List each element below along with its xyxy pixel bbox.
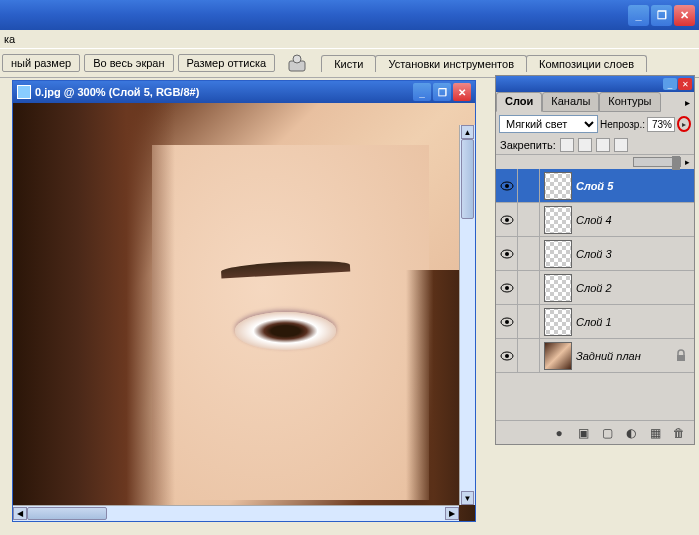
svg-rect-14: [677, 355, 685, 361]
tool-presets-tab[interactable]: Установки инструментов: [375, 55, 527, 72]
layers-panel: _ ✕ Слои Каналы Контуры ▸ Мягкий свет Не…: [495, 75, 695, 445]
svg-point-13: [505, 354, 509, 358]
panel-menu-button[interactable]: ▸: [680, 92, 694, 112]
toolbar: ный размер Во весь экран Размер оттиска …: [0, 48, 699, 78]
layer-row[interactable]: Задний план: [496, 339, 694, 373]
layer-row[interactable]: Слой 3: [496, 237, 694, 271]
layer-thumbnail[interactable]: [544, 274, 572, 302]
new-layer-button[interactable]: ▦: [646, 424, 664, 442]
vertical-scrollbar[interactable]: ▲ ▼: [459, 125, 475, 505]
svg-point-3: [505, 184, 509, 188]
visibility-icon[interactable]: [500, 283, 514, 293]
visibility-icon[interactable]: [500, 181, 514, 191]
scroll-thumb[interactable]: [461, 139, 474, 219]
doc-maximize-button[interactable]: ❐: [433, 83, 451, 101]
layer-comps-tab[interactable]: Композиции слоев: [526, 55, 647, 72]
paths-tab[interactable]: Контуры: [599, 92, 660, 112]
minimize-button[interactable]: _: [628, 5, 649, 26]
fill-arrow-icon[interactable]: ▸: [685, 157, 690, 167]
lock-icon: [674, 349, 688, 363]
palette-well-icon[interactable]: [285, 51, 309, 75]
layer-name[interactable]: Слой 3: [576, 248, 694, 260]
brushes-tab[interactable]: Кисти: [321, 55, 376, 72]
folder-button[interactable]: ▢: [598, 424, 616, 442]
svg-point-1: [293, 55, 301, 63]
visibility-icon[interactable]: [500, 249, 514, 259]
scroll-left-button[interactable]: ◀: [13, 507, 27, 520]
scroll-thumb[interactable]: [27, 507, 107, 520]
link-column[interactable]: [518, 237, 540, 270]
layer-name[interactable]: Слой 5: [576, 180, 694, 192]
opacity-flyout-button[interactable]: ▸: [677, 116, 691, 132]
link-column[interactable]: [518, 271, 540, 304]
opacity-value[interactable]: 73%: [647, 117, 675, 132]
link-column[interactable]: [518, 169, 540, 202]
layers-tab[interactable]: Слои: [496, 92, 542, 112]
link-column[interactable]: [518, 305, 540, 338]
svg-point-11: [505, 320, 509, 324]
document-window: 0.jpg @ 300% (Слой 5, RGB/8#) _ ❐ ✕ ▲ ▼ …: [12, 80, 476, 522]
layer-name[interactable]: Слой 4: [576, 214, 694, 226]
visibility-icon[interactable]: [500, 351, 514, 361]
blend-mode-select[interactable]: Мягкий свет: [499, 115, 598, 133]
doc-close-button[interactable]: ✕: [453, 83, 471, 101]
lock-pixels-button[interactable]: [578, 138, 592, 152]
link-column[interactable]: [518, 339, 540, 372]
document-icon: [17, 85, 31, 99]
layer-name[interactable]: Слой 2: [576, 282, 694, 294]
svg-point-9: [505, 286, 509, 290]
lock-transparency-button[interactable]: [560, 138, 574, 152]
app-titlebar: _ ❐ ✕: [0, 0, 699, 30]
document-titlebar[interactable]: 0.jpg @ 300% (Слой 5, RGB/8#) _ ❐ ✕: [13, 81, 475, 103]
channels-tab[interactable]: Каналы: [542, 92, 599, 112]
menu-item[interactable]: ка: [4, 33, 15, 45]
scroll-up-button[interactable]: ▲: [461, 125, 474, 139]
lock-label: Закрепить:: [500, 139, 556, 151]
scroll-right-button[interactable]: ▶: [445, 507, 459, 520]
delete-button[interactable]: 🗑: [670, 424, 688, 442]
layer-row[interactable]: Слой 5: [496, 169, 694, 203]
layer-thumbnail[interactable]: [544, 308, 572, 336]
document-title: 0.jpg @ 300% (Слой 5, RGB/8#): [35, 86, 413, 98]
panel-close-button[interactable]: ✕: [678, 78, 692, 90]
layer-list: Слой 5 Слой 4 Слой 3 Слой 2 Слой 1: [496, 169, 694, 420]
opacity-label: Непрозр.:: [600, 119, 645, 130]
fit-screen-button[interactable]: Во весь экран: [84, 54, 173, 72]
visibility-icon[interactable]: [500, 317, 514, 327]
layer-name[interactable]: Слой 1: [576, 316, 694, 328]
layer-row[interactable]: Слой 4: [496, 203, 694, 237]
doc-minimize-button[interactable]: _: [413, 83, 431, 101]
panel-footer: ● ▣ ▢ ◐ ▦ 🗑: [496, 420, 694, 444]
fill-slider[interactable]: [633, 157, 681, 167]
maximize-button[interactable]: ❐: [651, 5, 672, 26]
svg-point-7: [505, 252, 509, 256]
layer-thumbnail[interactable]: [544, 172, 572, 200]
lock-all-button[interactable]: [614, 138, 628, 152]
layer-row[interactable]: Слой 2: [496, 271, 694, 305]
adjustment-button[interactable]: ◐: [622, 424, 640, 442]
fx-button[interactable]: ●: [550, 424, 568, 442]
layer-thumbnail[interactable]: [544, 342, 572, 370]
layer-thumbnail[interactable]: [544, 206, 572, 234]
visibility-icon[interactable]: [500, 215, 514, 225]
panel-minimize-button[interactable]: _: [663, 78, 677, 90]
layer-thumbnail[interactable]: [544, 240, 572, 268]
menubar: ка: [0, 30, 699, 48]
layer-name[interactable]: Задний план: [576, 350, 674, 362]
svg-point-5: [505, 218, 509, 222]
actual-size-button[interactable]: ный размер: [2, 54, 80, 72]
layer-row[interactable]: Слой 1: [496, 305, 694, 339]
document-canvas[interactable]: ▲ ▼ ◀ ▶: [13, 103, 475, 521]
scroll-down-button[interactable]: ▼: [461, 491, 474, 505]
print-size-button[interactable]: Размер оттиска: [178, 54, 276, 72]
link-column[interactable]: [518, 203, 540, 236]
close-button[interactable]: ✕: [674, 5, 695, 26]
panel-titlebar[interactable]: _ ✕: [496, 76, 694, 92]
lock-position-button[interactable]: [596, 138, 610, 152]
mask-button[interactable]: ▣: [574, 424, 592, 442]
horizontal-scrollbar[interactable]: ◀ ▶: [13, 505, 459, 521]
